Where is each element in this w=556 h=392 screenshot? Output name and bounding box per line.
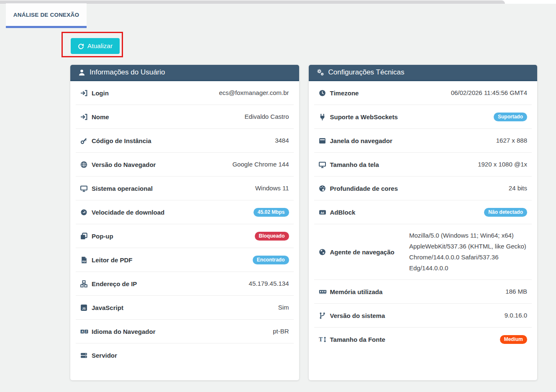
info-row-websockets: Suporte a WebSocketsSuportado bbox=[314, 105, 532, 129]
row-label: Versão do sistema bbox=[330, 312, 385, 319]
info-row-tamanho-fonte: TTamanho da FonteMedium bbox=[314, 328, 532, 351]
row-value: 9.0.16.0 bbox=[505, 311, 527, 320]
svg-text:PDF: PDF bbox=[82, 261, 86, 263]
info-row-tamanho-tela: Tamanho da tela1920 x 1080 @1x bbox=[314, 153, 532, 177]
status-badge: Não detectado bbox=[484, 208, 527, 217]
svg-text:Z: Z bbox=[85, 330, 87, 333]
language-icon: AZ bbox=[80, 328, 92, 335]
status-badge: Suportado bbox=[494, 113, 527, 121]
clock-icon bbox=[319, 90, 330, 97]
row-label: Timezone bbox=[330, 90, 359, 97]
row-value: 1627 x 888 bbox=[496, 136, 527, 145]
info-row-versao-sistema: Versão do sistema9.0.16.0 bbox=[314, 304, 532, 328]
row-value: 45.179.45.134 bbox=[249, 279, 289, 288]
row-value: 06/02/2026 11:45:56 GMT4 bbox=[451, 89, 527, 97]
info-row-timezone: Timezone06/02/2026 11:45:56 GMT4 bbox=[314, 81, 532, 105]
info-row-sistema-operacional: Sistema operacionalWindows 11 bbox=[76, 177, 294, 200]
svg-text:Ad: Ad bbox=[320, 211, 324, 214]
code-branch-icon bbox=[319, 312, 330, 319]
popup-icon bbox=[80, 233, 92, 240]
card-body: Timezone06/02/2026 11:45:56 GMT4Suporte … bbox=[314, 81, 532, 351]
status-badge: Encontrado bbox=[253, 256, 289, 264]
svg-text:T: T bbox=[319, 336, 323, 343]
row-label: Nome bbox=[92, 113, 109, 120]
gears-icon bbox=[317, 69, 324, 76]
key-icon bbox=[80, 137, 92, 144]
refresh-button[interactable]: Atualizar bbox=[71, 38, 120, 54]
memory-icon bbox=[319, 288, 330, 295]
info-row-janela-navegador: Janela do navegador1627 x 888 bbox=[314, 129, 532, 153]
row-label: Tamanho da Fonte bbox=[330, 336, 385, 343]
svg-text:JS: JS bbox=[82, 307, 86, 310]
adblock-icon: Ad bbox=[319, 209, 330, 216]
gauge-icon bbox=[80, 209, 92, 216]
text-height-icon: T bbox=[319, 336, 330, 343]
info-row-leitor-pdf: PDFLeitor de PDFEncontrado bbox=[76, 248, 294, 272]
info-row-memoria-utilizada: Memória utilizada186 MB bbox=[314, 280, 532, 304]
info-row-velocidade-download: Velocidade de download45.02 Mbps bbox=[76, 200, 294, 224]
row-label: Código de Instância bbox=[92, 137, 151, 144]
row-label: Suporte a WebSockets bbox=[330, 113, 398, 120]
row-label: Velocidade de download bbox=[92, 209, 164, 216]
row-value: 186 MB bbox=[505, 287, 527, 296]
user-info-card: Informações do UsuárioLoginecs@foxmanage… bbox=[70, 65, 299, 380]
info-row-agente-navegacao: Agente de navegaçãoMozilla/5.0 (Windows … bbox=[314, 224, 532, 280]
info-row-versao-navegador: Versão do NavegadorGoogle Chrome 144 bbox=[76, 153, 294, 177]
row-label: Versão do Navegador bbox=[92, 161, 156, 168]
row-label: Servidor bbox=[92, 352, 117, 359]
card-title: Configurações Técnicas bbox=[328, 68, 405, 77]
row-label: Sistema operacional bbox=[92, 185, 153, 192]
row-label: AdBlock bbox=[330, 209, 356, 216]
desktop-icon bbox=[319, 161, 330, 168]
plug-icon bbox=[319, 113, 330, 120]
globe-americas-icon bbox=[319, 249, 330, 256]
row-label: Janela do navegador bbox=[330, 137, 392, 144]
desktop-icon bbox=[80, 185, 92, 192]
info-row-servidor: Servidor bbox=[76, 343, 294, 367]
info-row-codigo-instancia: Código de Instância3484 bbox=[76, 129, 294, 153]
row-value: Edivaldo Castro bbox=[245, 113, 289, 121]
card-header: Configurações Técnicas bbox=[309, 65, 538, 81]
card-title: Informações do Usuário bbox=[90, 68, 165, 77]
row-label: Agente de navegação bbox=[330, 249, 395, 256]
row-value: 3484 bbox=[275, 136, 289, 145]
refresh-button-label: Atualizar bbox=[87, 42, 113, 50]
row-label: Idioma do Navegador bbox=[92, 328, 156, 335]
refresh-icon bbox=[78, 43, 84, 49]
technical-settings-card: Configurações TécnicasTimezone06/02/2026… bbox=[309, 65, 538, 380]
globe-icon bbox=[80, 161, 92, 168]
info-row-pop-up: Pop-upBloqueado bbox=[76, 224, 294, 248]
info-row-javascript: JSJavaScriptSim bbox=[76, 296, 294, 320]
info-row-nome: NomeEdivaldo Castro bbox=[76, 105, 294, 129]
javascript-icon: JS bbox=[80, 304, 92, 311]
server-icon bbox=[80, 352, 92, 359]
tab-label: ANÁLISE DE CONEXÃO bbox=[13, 12, 79, 18]
row-value: 24 bits bbox=[509, 184, 527, 192]
cards-container: Informações do UsuárioLoginecs@foxmanage… bbox=[70, 65, 537, 380]
window-icon bbox=[319, 137, 330, 144]
row-value: Google Chrome 144 bbox=[232, 160, 289, 169]
status-badge: Medium bbox=[500, 335, 527, 344]
palette-icon bbox=[319, 185, 330, 192]
row-value: Sim bbox=[278, 303, 289, 312]
tab-analise-de-conexao[interactable]: ANÁLISE DE CONEXÃO bbox=[6, 3, 87, 26]
card-body: Loginecs@foxmanager.com.brNomeEdivaldo C… bbox=[76, 81, 294, 367]
tab-active-underline bbox=[6, 26, 87, 28]
pdf-icon: PDF bbox=[80, 256, 92, 264]
row-label: Profundidade de cores bbox=[330, 185, 398, 192]
row-value: 1920 x 1080 @1x bbox=[478, 160, 527, 169]
user-icon bbox=[78, 69, 85, 76]
svg-text:A: A bbox=[82, 330, 84, 333]
row-label: Login bbox=[92, 90, 109, 97]
info-row-login: Loginecs@foxmanager.com.br bbox=[76, 81, 294, 105]
row-value: Windows 11 bbox=[255, 184, 289, 192]
sign-in-icon bbox=[80, 113, 92, 120]
network-icon bbox=[80, 280, 92, 287]
sign-in-icon bbox=[80, 90, 92, 97]
row-label: Tamanho da tela bbox=[330, 161, 379, 168]
row-value: ecs@foxmanager.com.br bbox=[219, 89, 289, 97]
card-header: Informações do Usuário bbox=[70, 65, 299, 81]
row-label: Memória utilizada bbox=[330, 288, 383, 295]
status-badge: 45.02 Mbps bbox=[254, 208, 289, 217]
info-row-idioma-navegador: AZIdioma do Navegadorpt-BR bbox=[76, 320, 294, 343]
